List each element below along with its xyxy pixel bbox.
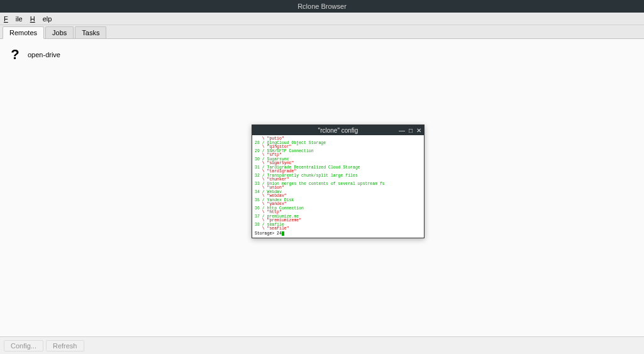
maximize-icon[interactable]: □ xyxy=(409,127,413,134)
tab-remotes[interactable]: Remotes xyxy=(3,26,44,39)
window-title: Rclone Browser xyxy=(297,3,347,10)
menubar: File Help xyxy=(0,13,644,25)
menu-help[interactable]: Help xyxy=(30,15,52,23)
tabbar: Remotes Jobs Tasks xyxy=(0,25,644,39)
tab-jobs[interactable]: Jobs xyxy=(45,26,74,38)
window-titlebar: Rclone Browser xyxy=(0,0,644,13)
config-button[interactable]: Config... xyxy=(4,340,43,351)
remote-label: open-drive xyxy=(28,51,60,58)
tab-tasks[interactable]: Tasks xyxy=(75,26,106,38)
cursor-icon xyxy=(282,231,284,236)
remote-item-open-drive[interactable]: ? open-drive xyxy=(5,44,63,65)
dialog-title: "rclone" config xyxy=(318,127,358,134)
terminal-output[interactable]: \ "putio" 28 / QingCloud Object Storage … xyxy=(252,135,424,238)
dialog-titlebar[interactable]: "rclone" config — □ ✕ xyxy=(252,125,424,135)
storage-prompt: Storage> xyxy=(255,231,277,236)
rclone-config-dialog: "rclone" config — □ ✕ \ "putio" 28 / Qin… xyxy=(252,124,425,238)
minimize-icon[interactable]: — xyxy=(399,127,405,134)
storage-input-value: 24 xyxy=(277,231,282,236)
menu-file[interactable]: File xyxy=(4,15,23,23)
refresh-button[interactable]: Refresh xyxy=(46,340,84,351)
close-icon[interactable]: ✕ xyxy=(416,127,421,134)
dialog-window-controls: — □ ✕ xyxy=(399,127,421,134)
unknown-remote-icon: ? xyxy=(8,47,23,63)
bottom-bar: Config... Refresh xyxy=(0,336,644,354)
